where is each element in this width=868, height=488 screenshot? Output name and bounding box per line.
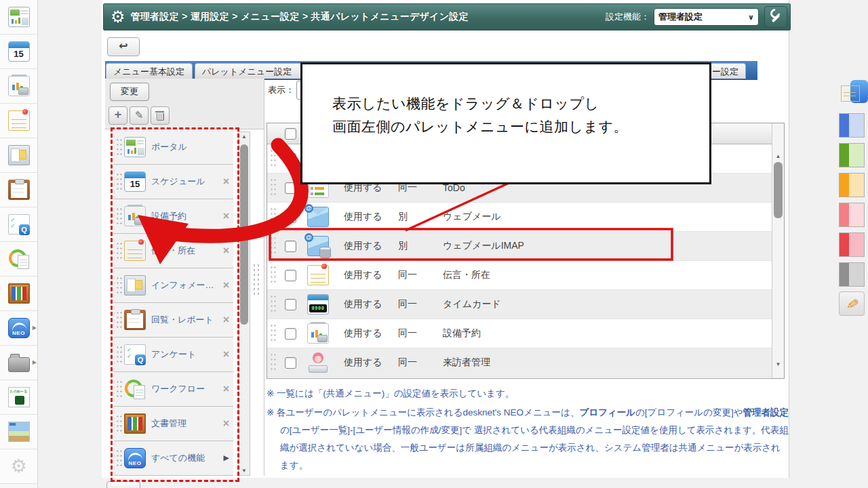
drag-handle-icon[interactable] bbox=[116, 310, 123, 329]
select-all-checkbox[interactable] bbox=[285, 128, 296, 140]
tab-メニュー基本設定[interactable]: メニュー基本設定 bbox=[106, 63, 193, 79]
sidebar-item-report[interactable] bbox=[0, 173, 37, 207]
sidebar-item-schedule[interactable] bbox=[0, 35, 37, 69]
palette-item-伝言・所在[interactable]: 伝言・所在× bbox=[114, 234, 233, 268]
swatch-light bbox=[849, 203, 864, 226]
sidebar-item-folder[interactable]: ▶ bbox=[0, 346, 37, 380]
remove-icon[interactable]: × bbox=[223, 279, 229, 291]
row-checkbox[interactable] bbox=[285, 328, 296, 340]
scrollbar-thumb[interactable] bbox=[240, 144, 248, 325]
drag-handle-icon[interactable] bbox=[270, 236, 277, 256]
drag-handle-icon[interactable] bbox=[116, 207, 123, 226]
table-scrollbar[interactable]: ▲ ▼ bbox=[772, 123, 784, 378]
drag-handle-icon[interactable] bbox=[270, 352, 277, 373]
panel-splitter-handle[interactable] bbox=[252, 263, 260, 296]
drag-handle-icon[interactable] bbox=[270, 294, 277, 314]
palette-item-回覧・レポート[interactable]: 回覧・レポート× bbox=[114, 303, 233, 338]
edit-pencil-button[interactable]: ✎ bbox=[130, 106, 149, 125]
table-row-ウェブメール[interactable]: 使用する別ウェブメール bbox=[267, 203, 772, 232]
remove-icon[interactable]: × bbox=[223, 418, 229, 430]
palette-item-スケジュール[interactable]: スケジュール× bbox=[114, 165, 233, 199]
remove-icon[interactable]: × bbox=[223, 245, 229, 257]
palette-list-scrollbar[interactable]: ▲ ▼ bbox=[238, 131, 250, 476]
palette-item-インフォメー…[interactable]: インフォメー…× bbox=[114, 268, 233, 303]
row-checkbox[interactable] bbox=[285, 182, 296, 194]
drag-handle-icon[interactable] bbox=[116, 276, 123, 295]
drag-handle-icon[interactable] bbox=[116, 172, 123, 191]
drag-handle-icon[interactable] bbox=[116, 380, 123, 399]
palette-item-アンケート[interactable]: アンケート× bbox=[114, 338, 233, 372]
color-swatch-red[interactable] bbox=[839, 232, 865, 257]
design-pencil-button[interactable] bbox=[839, 291, 865, 316]
drag-handle-icon[interactable] bbox=[270, 178, 277, 198]
drag-handle-icon[interactable] bbox=[270, 207, 277, 227]
table-row-伝言・所在[interactable]: 使用する同一伝言・所在 bbox=[267, 261, 772, 290]
scope-flag: 同一 bbox=[398, 327, 436, 340]
change-button[interactable]: 変更 bbox=[110, 83, 149, 101]
survey-icon bbox=[124, 344, 146, 365]
sidebar-item-infoboard[interactable] bbox=[0, 138, 37, 173]
portal-icon bbox=[124, 137, 146, 157]
scroll-down-icon[interactable]: ▼ bbox=[772, 360, 784, 369]
drag-handle-icon[interactable] bbox=[116, 345, 123, 364]
add-button[interactable]: + bbox=[108, 106, 127, 125]
row-checkbox[interactable] bbox=[285, 153, 296, 165]
row-checkbox[interactable] bbox=[285, 299, 296, 310]
sidebar-item-memo[interactable] bbox=[0, 104, 37, 138]
drag-handle-icon[interactable] bbox=[116, 241, 123, 260]
callout-line-2: 画面左側のパレットメニューに追加します。 bbox=[332, 117, 628, 136]
expand-arrow-icon[interactable]: ▶ bbox=[224, 453, 229, 462]
function-name: 設備予約 bbox=[443, 327, 481, 340]
remove-icon[interactable]: × bbox=[223, 176, 229, 188]
row-checkbox[interactable] bbox=[285, 211, 296, 223]
sidebar-item-library[interactable] bbox=[0, 277, 37, 311]
drag-handle-icon[interactable] bbox=[116, 449, 123, 468]
scrollbar-thumb[interactable] bbox=[774, 162, 783, 218]
delete-trash-button[interactable] bbox=[151, 106, 170, 125]
palette-item-設備予約[interactable]: 設備予約× bbox=[114, 199, 233, 234]
tools-wrench-button[interactable] bbox=[764, 6, 787, 28]
scroll-down-icon[interactable]: ▼ bbox=[239, 466, 250, 475]
drag-handle-icon[interactable] bbox=[116, 414, 123, 433]
sidebar-item-neo[interactable]: ▶ bbox=[0, 311, 37, 346]
swatch-dark bbox=[840, 203, 849, 226]
color-swatch-gray[interactable] bbox=[839, 262, 865, 287]
row-checkbox[interactable] bbox=[285, 270, 296, 281]
sidebar-item-tanomeru[interactable] bbox=[0, 380, 37, 415]
palette-item-ワークフロー[interactable]: ワークフロー× bbox=[114, 372, 233, 407]
sidebar-item-equipment[interactable] bbox=[0, 69, 37, 104]
scroll-up-icon[interactable]: ▲ bbox=[772, 152, 784, 161]
color-swatch-blue[interactable] bbox=[839, 113, 865, 138]
drag-handle-icon[interactable] bbox=[116, 138, 123, 157]
sidebar-item-portal[interactable] bbox=[0, 0, 37, 35]
color-swatch-pink[interactable] bbox=[839, 203, 865, 227]
palette-item-文書管理[interactable]: 文書管理× bbox=[114, 407, 233, 441]
row-checkbox[interactable] bbox=[285, 241, 296, 252]
table-row-タイムカード[interactable]: 使用する同一タイムカード bbox=[267, 290, 772, 319]
table-row-ウェブメールIMAP[interactable]: 使用する別ウェブメールIMAP bbox=[267, 232, 772, 261]
settings-gear-icon: ⚙ bbox=[111, 9, 125, 25]
setting-function-select[interactable]: 管理者設定 ∨ bbox=[654, 8, 759, 26]
remove-icon[interactable]: × bbox=[223, 348, 229, 361]
remove-icon[interactable]: × bbox=[223, 383, 229, 395]
palette-item-ポータル[interactable]: ポータル bbox=[114, 130, 233, 165]
sidebar-item-scenery[interactable] bbox=[0, 415, 37, 449]
sidebar-item-survey[interactable] bbox=[0, 207, 37, 242]
row-checkbox[interactable] bbox=[285, 357, 296, 369]
drag-handle-icon[interactable] bbox=[270, 148, 277, 169]
bottom-back-button[interactable] bbox=[106, 481, 140, 488]
remove-icon[interactable]: × bbox=[223, 210, 229, 222]
drag-handle-icon[interactable] bbox=[270, 265, 277, 285]
table-row-来訪者管理[interactable]: 使用する同一来訪者管理 bbox=[267, 348, 772, 378]
back-button[interactable]: ↩ bbox=[107, 37, 140, 56]
remove-icon[interactable]: × bbox=[223, 314, 229, 326]
timecard-icon bbox=[307, 294, 329, 314]
table-row-設備予約[interactable]: 使用する同一設備予約 bbox=[267, 319, 772, 348]
sidebar-item-gear[interactable] bbox=[0, 449, 37, 484]
drag-handle-icon[interactable] bbox=[270, 323, 277, 344]
color-swatch-orange[interactable] bbox=[839, 173, 865, 197]
color-swatch-green[interactable] bbox=[839, 143, 865, 167]
sidebar-item-workflow[interactable] bbox=[0, 242, 37, 277]
scroll-up-icon[interactable]: ▲ bbox=[239, 132, 250, 141]
palette-item-すべての機能[interactable]: すべての機能▶ bbox=[114, 441, 233, 476]
